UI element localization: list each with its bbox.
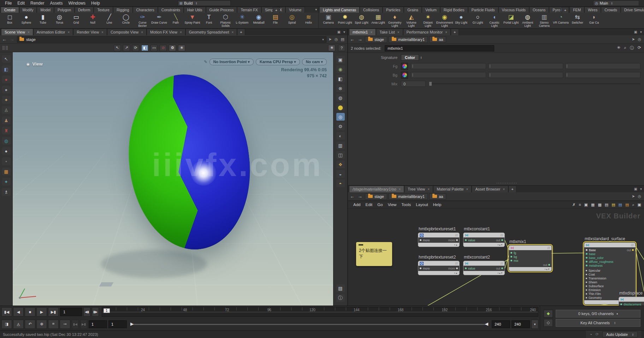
close-icon[interactable]: × bbox=[503, 187, 505, 191]
shelf-tab[interactable]: Characters bbox=[133, 7, 158, 13]
shelf-tool[interactable]: ◯ Circle bbox=[118, 13, 134, 28]
view-option-icon[interactable]: ◐ bbox=[336, 132, 345, 140]
scene-tool-icon[interactable]: ● bbox=[2, 147, 11, 155]
message-log-icon[interactable]: ◔ bbox=[590, 332, 592, 337]
breadcrumb-item[interactable]: aa bbox=[429, 193, 446, 200]
input-port[interactable]: base_color bbox=[589, 256, 604, 260]
shelf-tool[interactable]: ✚ Null bbox=[84, 13, 101, 28]
port-group[interactable]: Emission bbox=[589, 288, 601, 292]
shelf-tool[interactable]: ○ GI Light bbox=[469, 13, 486, 28]
breadcrumb-item[interactable]: materiallibrary1 bbox=[389, 193, 428, 200]
help-icon[interactable]: ? bbox=[338, 45, 345, 51]
close-icon[interactable]: × bbox=[466, 187, 468, 191]
menu-item[interactable]: Help bbox=[88, 0, 103, 6]
key-options-icon[interactable]: ◇ bbox=[544, 319, 553, 327]
wrench-icon[interactable]: ✗ bbox=[572, 203, 575, 207]
add-pane-tab[interactable]: + bbox=[451, 29, 459, 35]
mix-slider[interactable] bbox=[429, 83, 640, 84]
grid-mode2-icon[interactable]: ▩ bbox=[598, 203, 601, 207]
playhead-marker[interactable]: 1 bbox=[104, 308, 110, 313]
shelf-tool[interactable]: T Font bbox=[201, 13, 217, 28]
pane-maximize-icon[interactable]: ▣ bbox=[634, 187, 637, 191]
shelf-tab[interactable]: Particle Fluids bbox=[468, 7, 498, 13]
scene-tool-icon[interactable]: ▦ bbox=[2, 168, 11, 175]
node-mtlxconstant2[interactable]: mtlxconstant2 ⋈/// value out • ▴ ▾ bbox=[463, 261, 505, 275]
brush-icon[interactable]: ✎ bbox=[204, 60, 207, 64]
input-port[interactable]: bg bbox=[514, 255, 517, 259]
shelf-tab[interactable]: Deform bbox=[75, 7, 94, 13]
input-port[interactable]: more bbox=[423, 267, 430, 270]
shelf-tab[interactable]: Hair Utils bbox=[184, 7, 206, 13]
add-pane-tab[interactable]: + bbox=[237, 29, 245, 35]
output-port[interactable]: out bbox=[496, 267, 500, 270]
viewport-tool-icon[interactable]: ▭ bbox=[150, 45, 158, 51]
shelf-tool[interactable]: ⬡ Platonic Solids bbox=[217, 13, 234, 28]
shelf-tab[interactable]: Polygon bbox=[54, 7, 75, 13]
breadcrumb-item[interactable]: stage bbox=[365, 193, 387, 200]
shelf-tab[interactable]: Rigging bbox=[113, 7, 133, 13]
transport-button[interactable]: ▶▮ bbox=[48, 307, 59, 316]
scene-tool-icon[interactable]: ♜ bbox=[2, 127, 11, 134]
shelf-tool[interactable]: ✒ Draw Curve bbox=[151, 13, 167, 28]
node-hmtlxpbrtextureset2[interactable]: hmtlxpbrtextureset2 /// more more • ▴ bbox=[418, 261, 460, 275]
shelf-tool[interactable]: ▣ Camera bbox=[320, 13, 337, 28]
scene-tool-icon[interactable]: ↖ bbox=[2, 55, 11, 63]
range-menu-icon[interactable]: ▾ bbox=[531, 320, 538, 329]
shelf-tool[interactable]: ◉ Metaball bbox=[250, 13, 267, 28]
back-icon[interactable]: ← bbox=[349, 194, 355, 199]
close-icon[interactable]: × bbox=[445, 30, 447, 34]
network-menu-item[interactable]: Add bbox=[351, 202, 363, 207]
shelf-tool[interactable]: ◭ Volume Light bbox=[403, 13, 420, 28]
input-port[interactable]: value bbox=[468, 267, 475, 270]
pane-maximize-icon[interactable]: ▣ bbox=[337, 30, 341, 34]
yellow-note-icon[interactable]: ▤ bbox=[611, 203, 615, 207]
shelf-tool[interactable]: ◔ VR Camera bbox=[553, 13, 569, 28]
forward-icon[interactable]: → bbox=[9, 37, 15, 42]
close-icon[interactable]: × bbox=[397, 30, 400, 34]
viewport-tool-icon[interactable]: ✳ bbox=[178, 45, 185, 51]
shelf-tool[interactable]: ≋ Helix bbox=[300, 13, 317, 28]
scene-tool-icon[interactable]: ◧ bbox=[2, 65, 11, 73]
close-icon[interactable]: × bbox=[180, 30, 182, 34]
pane-tab[interactable]: Scene View× bbox=[1, 29, 33, 35]
menu-item[interactable]: Windows bbox=[65, 0, 88, 6]
network-menu-item[interactable]: Edit bbox=[363, 202, 375, 207]
sticky-note[interactable]: 2个贴图连接一下 bbox=[356, 242, 392, 266]
range-end-field[interactable]: 240 bbox=[492, 320, 510, 328]
shelf-tool[interactable]: ╲ Path bbox=[167, 13, 184, 28]
shelf-tool[interactable]: ▦ Area Light bbox=[370, 13, 386, 28]
shelf-tool[interactable]: ⇆ Switcher bbox=[569, 13, 586, 28]
input-port[interactable]: Base bbox=[589, 248, 596, 252]
playbar-tool-icon[interactable]: ⊕ bbox=[36, 320, 47, 329]
shelf-tool[interactable]: ✑ Curve Bezier bbox=[134, 13, 151, 28]
input-port[interactable]: diffuse_roughness bbox=[589, 260, 613, 264]
breadcrumb-item[interactable]: stage bbox=[365, 36, 387, 43]
port-group[interactable]: Specular bbox=[589, 269, 601, 272]
shelf-tab[interactable]: Create bbox=[1, 7, 19, 13]
shelf-tool[interactable]: ╱ Line bbox=[101, 13, 118, 28]
scene-tool-icon[interactable]: ▪ bbox=[2, 157, 11, 165]
port-group[interactable]: Transmission bbox=[589, 277, 606, 280]
view-option-icon[interactable]: ⓘ bbox=[336, 294, 345, 302]
grid-mode-icon[interactable]: ▦ bbox=[591, 203, 595, 207]
close-icon[interactable]: × bbox=[141, 30, 143, 34]
desktop-selector[interactable]: ⊞ Build ▲▼ bbox=[178, 0, 231, 6]
pin-icon[interactable]: ➤ bbox=[632, 194, 635, 199]
port-group[interactable]: Thin Film bbox=[589, 292, 601, 296]
close-icon[interactable]: × bbox=[399, 187, 401, 191]
pane-maximize-icon[interactable]: ▣ bbox=[634, 30, 637, 34]
pane-tab[interactable]: /stage/materiallibrary1/oo× bbox=[349, 186, 404, 192]
pane-tab[interactable]: Motion FX View× bbox=[147, 29, 185, 35]
frame-ruler[interactable]: 1 24487296120144168192216240 bbox=[102, 307, 538, 317]
forward-icon[interactable]: → bbox=[357, 37, 363, 42]
pane-tab[interactable]: Asset Browser× bbox=[472, 186, 508, 192]
node-hmtlxpbrtextureset1[interactable]: hmtlxpbrtextureset1 /// more more • ▴ bbox=[418, 233, 460, 247]
right-main-selector[interactable]: ◎ Main ▲▼ bbox=[593, 0, 639, 6]
network-menu-item[interactable]: Help bbox=[431, 202, 444, 207]
shelf-tab[interactable]: Collisions bbox=[360, 7, 383, 13]
view-option-icon[interactable]: ▤ bbox=[336, 284, 345, 292]
keys-info-button[interactable]: 0 keys, 0/0 channels▴ bbox=[556, 310, 640, 318]
expose-icon[interactable]: ▣ bbox=[638, 203, 641, 207]
refresh-icon[interactable]: ⟳ bbox=[638, 45, 641, 51]
scene-tool-icon[interactable]: ● bbox=[2, 76, 11, 83]
